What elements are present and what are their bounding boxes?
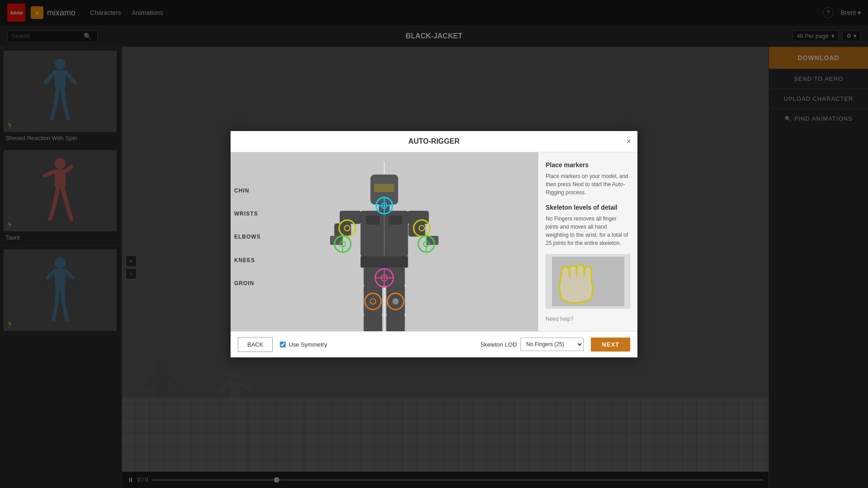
svg-rect-60 — [364, 315, 382, 331]
need-help-label: Need help? — [546, 316, 630, 322]
symmetry-checkbox[interactable] — [280, 342, 286, 347]
skeleton-lod-group: Skeleton LOD No Fingers (25) With Finger… — [480, 338, 584, 351]
svg-rect-44 — [374, 184, 394, 192]
svg-rect-58 — [364, 286, 382, 315]
svg-rect-61 — [387, 315, 405, 331]
svg-point-85 — [393, 299, 398, 304]
use-symmetry-toggle[interactable]: Use Symmetry — [280, 341, 327, 348]
back-button[interactable]: BACK — [238, 337, 273, 352]
svg-rect-48 — [366, 216, 380, 225]
modal-character-viewport: CHIN WRISTS ELBOWS KNEES GROIN — [231, 152, 538, 331]
hand-image — [546, 254, 630, 309]
place-markers-text: Place markers on your model, and then pr… — [546, 172, 630, 197]
svg-rect-54 — [408, 211, 429, 224]
svg-rect-50 — [361, 256, 408, 267]
next-button[interactable]: NEXT — [591, 338, 630, 352]
auto-rigger-modal: AUTO-RIGGER × CHIN WRISTS ELBOWS KNEES G… — [231, 131, 637, 357]
model-area: CHIN WRISTS ELBOWS KNEES GROIN — [231, 152, 538, 331]
place-markers-title: Place markers — [546, 161, 630, 169]
skeleton-lod-title: Skeleton levels of detail — [546, 204, 630, 211]
character-model — [312, 161, 457, 331]
knees-label: KNEES — [234, 257, 261, 263]
svg-rect-49 — [389, 216, 402, 225]
modal-footer: BACK Use Symmetry Skeleton LOD No Finger… — [231, 331, 637, 357]
modal-close-button[interactable]: × — [626, 136, 631, 146]
skeleton-lod-text: No Fingers removes all finger joints and… — [546, 215, 630, 247]
lod-select[interactable]: No Fingers (25) With Fingers (65) — [520, 338, 584, 351]
modal-header: AUTO-RIGGER × — [231, 131, 637, 152]
marker-labels: CHIN WRISTS ELBOWS KNEES GROIN — [234, 152, 261, 331]
svg-rect-53 — [330, 236, 343, 245]
modal-overlay: AUTO-RIGGER × CHIN WRISTS ELBOWS KNEES G… — [0, 0, 868, 488]
modal-body: CHIN WRISTS ELBOWS KNEES GROIN — [231, 152, 637, 331]
chin-label: CHIN — [234, 188, 261, 194]
modal-info-panel: Place markers Place markers on your mode… — [538, 152, 637, 331]
modal-title: AUTO-RIGGER — [408, 137, 459, 145]
elbows-label: ELBOWS — [234, 234, 261, 240]
svg-rect-56 — [426, 236, 439, 245]
wrists-label: WRISTS — [234, 211, 261, 217]
groin-label: GROIN — [234, 280, 261, 286]
